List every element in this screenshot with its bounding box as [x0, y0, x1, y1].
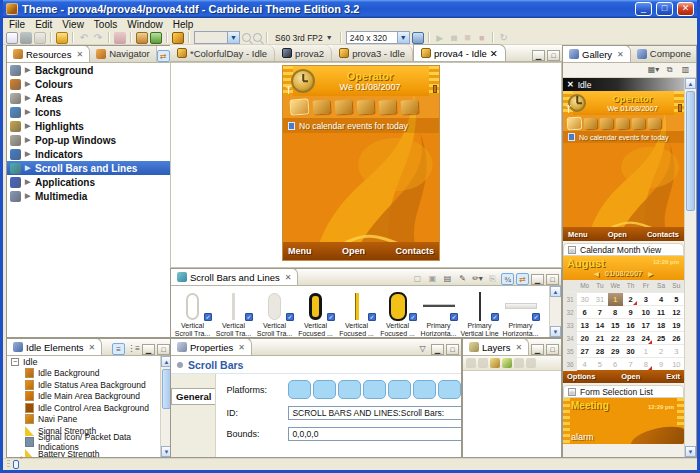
element-checkbox[interactable]: ✓	[409, 313, 417, 321]
calendar-day[interactable]: 20	[577, 332, 592, 345]
menu-view[interactable]: View	[57, 19, 89, 30]
maximize-panel-button[interactable]: □	[546, 274, 559, 285]
close-icon[interactable]: ✕	[89, 343, 96, 352]
wand-icon[interactable]	[490, 358, 500, 368]
shortcut-icon[interactable]	[379, 99, 397, 114]
element-combo[interactable]: ▼	[194, 31, 240, 44]
paste-icon[interactable]	[478, 358, 488, 368]
grid-icon[interactable]	[136, 32, 148, 44]
softkey-menu[interactable]: Menu	[568, 230, 588, 239]
minimize-panel-button[interactable]: ▁	[531, 274, 544, 285]
calendar-day[interactable]: 22	[608, 332, 623, 345]
close-icon[interactable]: ✕	[490, 48, 498, 59]
calendar-day[interactable]: 3	[638, 293, 653, 306]
phone-preview[interactable]: Operator We 01/08/2007 No calendar event…	[563, 91, 684, 241]
tab-compone[interactable]: Compone	[631, 45, 697, 62]
link-with-editor-icon[interactable]: ⇄	[516, 273, 529, 285]
export-icon[interactable]	[526, 358, 536, 368]
calendar-notification[interactable]: No calendar events for today	[563, 131, 684, 143]
id-field[interactable]	[288, 406, 462, 420]
platform-chip[interactable]	[438, 380, 461, 399]
editor-tab--colorfulday-idle[interactable]: *ColorfulDay - Idle	[170, 45, 275, 61]
calendar-day[interactable]: 19	[669, 319, 684, 332]
calendar-day[interactable]: 8	[608, 306, 623, 319]
editor-tab-prova4-idle[interactable]: prova4 - Idle✕	[413, 44, 506, 61]
redo-icon[interactable]: ↷	[92, 32, 104, 44]
expand-icon[interactable]: ▶	[25, 192, 31, 200]
tab-properties[interactable]: Properties✕	[171, 338, 252, 355]
menu-tools[interactable]: Tools	[89, 19, 122, 30]
element-checkbox[interactable]: ✓	[491, 313, 499, 321]
softkey-contacts[interactable]: Contacts	[395, 246, 434, 256]
calendar-day[interactable]: 10	[669, 358, 684, 371]
close-button[interactable]: ✕	[677, 2, 694, 16]
resource-item-background[interactable]: ▶ Background	[7, 63, 172, 77]
calendar-day[interactable]: 1	[638, 345, 653, 358]
flat-view-icon[interactable]: ≡	[112, 343, 125, 355]
shortcut-icon[interactable]	[313, 99, 331, 114]
calendar-day[interactable]: 5	[669, 293, 684, 306]
link-with-editor-icon[interactable]: ⇄	[157, 50, 170, 62]
zoom-in-icon[interactable]	[242, 33, 251, 42]
scroll-down-icon[interactable]: ▼	[685, 446, 696, 457]
close-icon[interactable]: ✕	[516, 343, 523, 352]
next-month-icon[interactable]: ▶	[648, 270, 653, 277]
import-icon[interactable]	[150, 32, 162, 44]
copy-icon[interactable]: ▢	[411, 273, 424, 285]
menu-help[interactable]: Help	[168, 19, 199, 30]
tab-idle-elements[interactable]: Idle Elements✕	[7, 338, 102, 355]
element-checkbox[interactable]: ✓	[286, 313, 294, 321]
calendar-day[interactable]: 30	[577, 293, 592, 306]
shortcut-icon[interactable]	[357, 99, 375, 114]
calendar-day[interactable]: 25	[653, 332, 668, 345]
resource-item-areas[interactable]: ▶ Areas	[7, 91, 172, 105]
calendar-day[interactable]: 9	[653, 358, 668, 371]
align-icon[interactable]	[514, 358, 524, 368]
calendar-notification[interactable]: No calendar events for today	[283, 118, 439, 133]
minimize-button[interactable]: _	[635, 2, 652, 16]
flag-icon[interactable]	[114, 32, 126, 44]
platform-chip[interactable]	[413, 380, 436, 399]
calendar-day[interactable]: 2	[623, 293, 638, 306]
shortcut-icon[interactable]	[291, 99, 309, 114]
export-icon[interactable]: ⎘	[486, 273, 499, 285]
idle-root-node[interactable]: −Idle	[7, 356, 160, 368]
calendar-day[interactable]: 30	[623, 345, 638, 358]
calendar-day[interactable]: 8	[638, 358, 653, 371]
skin-element-vertical-focused-[interactable]: ✓ VerticalFocused ...	[295, 288, 336, 338]
paste-icon[interactable]: ▣	[426, 273, 439, 285]
screenshot-dropdown-icon[interactable]: ▦▾	[647, 64, 660, 76]
collapse-icon[interactable]: −	[11, 358, 19, 366]
scroll-panel-scrollbar[interactable]: ▲ ▼	[549, 286, 561, 337]
calendar-day[interactable]: 31	[592, 293, 607, 306]
skin-element-vertical-scroll-tra-[interactable]: ✓ VerticalScroll Tra...	[254, 288, 295, 338]
tab-navigator[interactable]: Navigator	[90, 45, 157, 62]
calendar-day[interactable]: 4	[653, 293, 668, 306]
idle-element-idle-background[interactable]: Idle Background	[7, 368, 160, 380]
editor-canvas[interactable]: Operator We 01/08/2007 No calendar event…	[170, 62, 562, 268]
idle-element-signal-icon-packet-data-indications[interactable]: Signal Icon/ Packet Data Indications	[7, 437, 160, 449]
skin-element-vertical-focused-[interactable]: ✓ VerticalFocused ...	[377, 288, 418, 338]
platform-chip[interactable]	[288, 380, 311, 399]
tab-gallery[interactable]: Gallery✕	[563, 45, 631, 62]
expand-icon[interactable]: ▶	[25, 178, 31, 186]
close-icon[interactable]: ✕	[567, 80, 574, 89]
print-icon[interactable]	[34, 32, 46, 44]
zoom-out-icon[interactable]	[253, 33, 262, 42]
calendar-day[interactable]: 2	[653, 345, 668, 358]
undo-icon[interactable]: ↶	[78, 32, 90, 44]
refresh-icon[interactable]: ↻	[498, 32, 510, 44]
calendar-day[interactable]: 1	[608, 293, 623, 306]
play-icon[interactable]: ▶	[434, 32, 446, 44]
save-icon[interactable]	[20, 32, 32, 44]
interrupt-icon[interactable]: ◼	[462, 32, 474, 44]
scroll-down-icon[interactable]: ▼	[550, 326, 561, 337]
wand-icon[interactable]: ✎	[456, 273, 469, 285]
tab-layers[interactable]: Layers✕	[463, 338, 529, 355]
tab-general[interactable]: General	[171, 388, 215, 405]
element-checkbox[interactable]: ✓	[532, 313, 540, 321]
close-icon[interactable]: ✕	[238, 343, 245, 352]
calendar-day[interactable]: 7	[623, 358, 638, 371]
platform-selector[interactable]: S60 3rd FP2▼	[272, 33, 336, 43]
calendar-day[interactable]: 17	[638, 319, 653, 332]
